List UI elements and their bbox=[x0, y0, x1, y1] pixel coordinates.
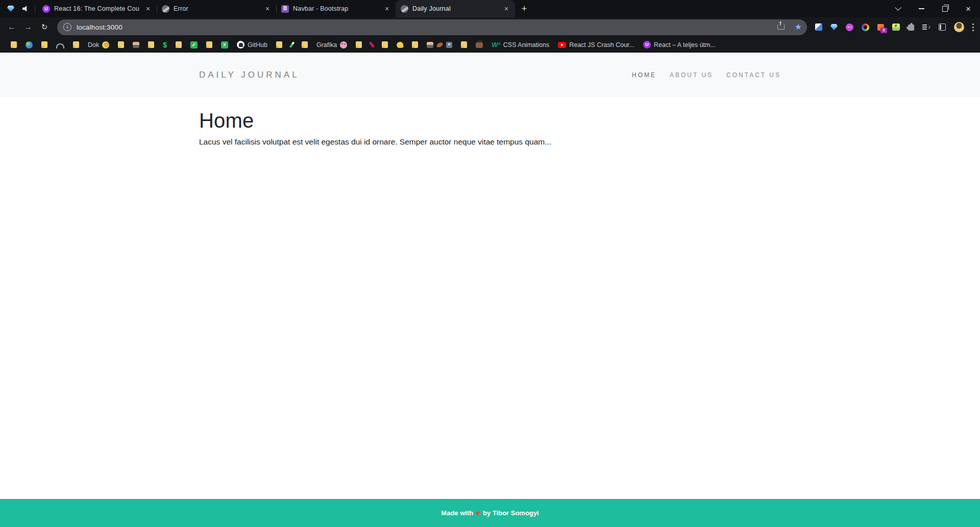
folder-icon bbox=[73, 41, 79, 48]
site-footer: Made with ♥ by Tibor Somogyi bbox=[0, 499, 980, 527]
bookmark-item[interactable] bbox=[353, 40, 364, 49]
bookmark-item[interactable] bbox=[409, 40, 421, 49]
bookmark-item[interactable] bbox=[394, 41, 406, 49]
site-info-icon[interactable] bbox=[63, 23, 71, 31]
bookmark-label: React – A teljes útm... bbox=[654, 41, 716, 49]
w3schools-icon: W³ bbox=[492, 41, 500, 48]
extensions-puzzle-icon[interactable] bbox=[908, 25, 914, 31]
bookmark-item[interactable] bbox=[23, 40, 35, 50]
bookmark-item[interactable] bbox=[274, 40, 285, 49]
bookmark-item[interactable] bbox=[204, 40, 215, 49]
bookmark-item[interactable]: React JS Crash Cour... bbox=[555, 40, 637, 50]
bookmark-item[interactable]: GitHub bbox=[234, 40, 270, 50]
forward-button[interactable]: → bbox=[20, 19, 36, 35]
gem-extension-icon[interactable] bbox=[830, 24, 838, 30]
dev-globe-favicon bbox=[162, 5, 169, 13]
bookmark-label: GitHub bbox=[248, 41, 267, 49]
browser-menu-icon[interactable] bbox=[972, 23, 974, 31]
footer-text-prefix: Made with bbox=[441, 509, 473, 517]
tab-react-course[interactable]: U React 16: The Complete Course ( × bbox=[37, 0, 157, 17]
nav-link-about[interactable]: ABOUT US bbox=[670, 71, 713, 79]
bookmark-star-icon[interactable]: ★ bbox=[795, 23, 802, 31]
folder-icon bbox=[118, 41, 124, 48]
monocle-face-emoji bbox=[102, 41, 109, 49]
side-panel-icon[interactable] bbox=[939, 23, 946, 31]
footer-text-suffix: by Tibor Somogyi bbox=[483, 509, 539, 517]
test-tube-emoji bbox=[289, 41, 295, 48]
back-button[interactable]: ← bbox=[4, 19, 19, 35]
dev-globe-favicon bbox=[401, 5, 408, 13]
tab-close-icon[interactable]: × bbox=[382, 4, 391, 13]
bookmark-item[interactable]: Dok bbox=[85, 40, 112, 50]
technologist-emoji bbox=[133, 42, 139, 48]
globe-emoji bbox=[26, 41, 33, 49]
color-wheel-extension-icon[interactable] bbox=[862, 23, 869, 31]
nav-link-contact[interactable]: CONTACT US bbox=[726, 71, 781, 79]
bookmark-item[interactable]: Grafika bbox=[314, 40, 350, 50]
tab-search-button[interactable] bbox=[886, 0, 910, 17]
speaker-audio-icon[interactable] bbox=[22, 6, 29, 12]
purple-extension-icon[interactable] bbox=[846, 23, 853, 31]
gem-pinned-tab-icon[interactable] bbox=[7, 6, 14, 12]
bookmark-item[interactable] bbox=[70, 40, 82, 49]
bookmark-item[interactable] bbox=[379, 40, 390, 49]
folder-icon bbox=[41, 41, 47, 48]
folder-icon bbox=[412, 41, 418, 48]
tab-close-icon[interactable]: × bbox=[263, 4, 272, 13]
tab-error[interactable]: Error × bbox=[157, 0, 276, 17]
url-text[interactable]: localhost:3000 bbox=[77, 23, 772, 31]
bookmark-item[interactable] bbox=[299, 40, 310, 49]
youtube-icon bbox=[558, 42, 566, 48]
sprout-extension-icon[interactable] bbox=[892, 23, 900, 31]
bookmark-item[interactable] bbox=[54, 40, 67, 50]
folder-icon bbox=[11, 41, 17, 48]
bookmark-item[interactable]: × bbox=[218, 40, 231, 50]
bookmark-item[interactable]: UReact – A teljes útm... bbox=[641, 40, 718, 50]
brand-link[interactable]: DAILY JOURNAL bbox=[199, 70, 300, 80]
bookmark-item[interactable]: ✓ bbox=[188, 40, 200, 50]
translate-extension-icon[interactable] bbox=[815, 23, 822, 31]
tab-daily-journal[interactable]: Daily Journal × bbox=[396, 0, 515, 17]
tab-close-icon[interactable]: × bbox=[502, 4, 511, 13]
bookmark-label: Grafika bbox=[316, 41, 337, 49]
browser-toolbar: ← → ↻ localhost:3000 ★ 8 bbox=[0, 17, 980, 37]
udemy-icon: U bbox=[643, 41, 651, 49]
bookmark-item[interactable] bbox=[473, 40, 485, 49]
tab-strip: U React 16: The Complete Course ( × Erro… bbox=[0, 0, 980, 17]
folder-icon bbox=[276, 41, 282, 48]
bootstrap-favicon: B bbox=[281, 5, 289, 13]
share-icon[interactable] bbox=[777, 25, 785, 30]
tab-navbar-bootstrap[interactable]: B Navbar - Bootstrap × bbox=[276, 0, 396, 17]
bookmark-item[interactable]: × bbox=[424, 41, 455, 49]
bookmark-item[interactable]: W³CSS Animations bbox=[489, 40, 552, 50]
github-icon bbox=[237, 41, 244, 49]
minimize-button[interactable] bbox=[910, 0, 933, 17]
bookmark-item[interactable]: $ bbox=[160, 40, 169, 50]
profile-avatar[interactable] bbox=[954, 22, 964, 32]
bookmark-item[interactable] bbox=[458, 40, 470, 49]
restore-button[interactable] bbox=[933, 0, 957, 17]
bookmark-item[interactable] bbox=[173, 40, 184, 49]
dollar-emoji: $ bbox=[163, 41, 167, 49]
bookmark-item[interactable] bbox=[145, 40, 157, 49]
reload-button[interactable]: ↻ bbox=[37, 19, 52, 35]
headphones-emoji bbox=[56, 43, 64, 49]
new-tab-button[interactable]: + bbox=[517, 2, 531, 16]
media-queue-icon[interactable] bbox=[922, 24, 930, 30]
address-bar[interactable]: localhost:3000 ★ bbox=[57, 19, 807, 35]
nav-link-home[interactable]: HOME bbox=[632, 71, 656, 79]
minimize-icon bbox=[919, 8, 924, 9]
biceps-emoji bbox=[396, 41, 404, 48]
bookmark-item[interactable] bbox=[39, 40, 50, 49]
bookmark-item[interactable] bbox=[368, 40, 376, 49]
heart-icon: ♥ bbox=[476, 509, 480, 517]
bookmark-item[interactable] bbox=[288, 40, 296, 49]
bookmark-item[interactable] bbox=[130, 41, 142, 49]
bookmark-item[interactable] bbox=[115, 40, 127, 49]
close-window-button[interactable]: × bbox=[957, 0, 980, 17]
bookmark-label: CSS Animations bbox=[503, 41, 549, 49]
tab-close-icon[interactable]: × bbox=[143, 4, 153, 13]
bookmark-item[interactable] bbox=[8, 40, 19, 49]
badged-extension-icon[interactable]: 8 bbox=[877, 24, 884, 31]
desktop: { "glyphs": { "dollar-emoji": "$", "chec… bbox=[0, 0, 980, 527]
